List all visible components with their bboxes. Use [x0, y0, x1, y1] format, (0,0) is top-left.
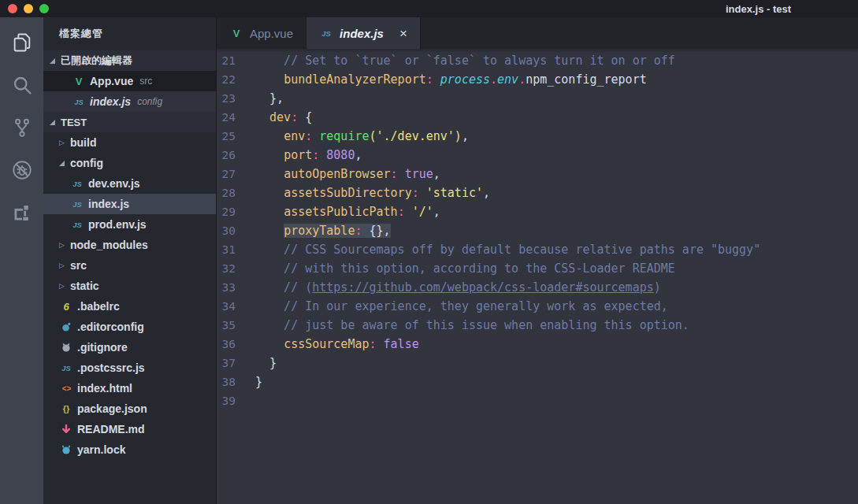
minimize-window-button[interactable]	[24, 4, 33, 13]
tab-index-js[interactable]: JSindex.js×	[306, 17, 421, 49]
code-line-37[interactable]: 37 }	[217, 354, 858, 372]
twistie-expanded-icon[interactable]	[50, 58, 55, 64]
item-label: .editorconfig	[77, 321, 144, 333]
title-bar: index.js - test	[0, 0, 858, 17]
bug-slash-icon[interactable]	[6, 154, 38, 186]
code-text: // In our experience, they generally wor…	[255, 297, 668, 316]
js-file-icon: JS	[70, 200, 84, 209]
code-text: assetsPublicPath: '/',	[255, 202, 440, 221]
twistie-collapsed-icon[interactable]: ▷	[59, 282, 65, 290]
twistie-collapsed-icon[interactable]: ▷	[59, 261, 65, 269]
code-text: // CSS Sourcemaps off by default because…	[255, 240, 760, 259]
code-line-27[interactable]: 27 autoOpenBrowser: true,	[217, 165, 858, 183]
item-label: prod.env.js	[88, 218, 147, 231]
tree-item-config[interactable]: config	[43, 153, 216, 173]
section-test[interactable]: TEST	[43, 112, 216, 132]
tab-label: index.js	[340, 27, 384, 40]
code-line-30[interactable]: 30 proxyTable: {},	[217, 221, 858, 240]
code-line-24[interactable]: 24 dev: {	[217, 108, 858, 127]
code-text: }	[255, 354, 277, 372]
tree-item-index-html[interactable]: < >index.html	[43, 378, 216, 398]
item-label: config	[70, 157, 103, 169]
code-line-38[interactable]: 38}	[217, 372, 858, 391]
code-text: cssSourceMap: false	[255, 335, 419, 354]
twistie-collapsed-icon[interactable]: ▷	[59, 139, 65, 146]
tab-app-vue[interactable]: VApp.vue	[217, 17, 306, 49]
code-line-33[interactable]: 33 // (https://github.com/webpack/css-lo…	[217, 278, 858, 297]
line-number: 32	[217, 259, 255, 278]
tree-item-static[interactable]: ▷static	[43, 276, 216, 296]
tree-item-package-json[interactable]: {}package.json	[43, 398, 216, 419]
item-detail: src	[139, 76, 152, 87]
code-text: proxyTable: {},	[255, 221, 391, 240]
code-line-21[interactable]: 21 // Set to `true` or `false` to always…	[217, 51, 858, 70]
js-file-icon: JS	[70, 220, 84, 229]
tree-item-node-modules[interactable]: ▷node_modules	[43, 235, 216, 255]
close-window-button[interactable]	[8, 4, 17, 13]
code-editor[interactable]: 21 // Set to `true` or `false` to always…	[217, 49, 858, 410]
code-line-34[interactable]: 34 // In our experience, they generally …	[217, 297, 858, 316]
item-label: dev.env.js	[88, 177, 140, 190]
line-number: 26	[217, 146, 255, 165]
vue-file-icon: V	[72, 76, 86, 87]
tree-item-build[interactable]: ▷build	[43, 132, 216, 153]
tree-item-index-js[interactable]: JSindex.js	[43, 194, 216, 214]
line-number: 35	[217, 316, 255, 335]
line-number: 39	[217, 391, 255, 410]
code-line-28[interactable]: 28 assetsSubDirectory: 'static',	[217, 183, 858, 202]
code-line-23[interactable]: 23 },	[217, 89, 858, 108]
search-icon[interactable]	[6, 69, 38, 101]
code-line-36[interactable]: 36 cssSourceMap: false	[217, 335, 858, 354]
twistie-expanded-icon[interactable]	[59, 161, 65, 166]
item-label: build	[70, 136, 96, 149]
zoom-window-button[interactable]	[39, 4, 49, 13]
git-branch-icon[interactable]	[6, 112, 38, 143]
js-file-icon: JS	[70, 180, 84, 188]
extensions-icon[interactable]	[6, 197, 38, 228]
twistie-expanded-icon[interactable]	[50, 120, 55, 125]
section-已開啟的編輯器[interactable]: 已開啟的編輯器	[43, 50, 216, 71]
tree-item-babelrc[interactable]: 6.babelrc	[43, 296, 216, 317]
code-text: dev: {	[255, 108, 312, 127]
code-text: // just be aware of this issue when enab…	[255, 316, 689, 335]
tree-item-gitignore[interactable]: .gitignore	[43, 337, 216, 358]
tree-item-editorconfig[interactable]: .editorconfig	[43, 317, 216, 337]
line-number: 33	[217, 278, 255, 297]
twistie-collapsed-icon[interactable]: ▷	[59, 241, 65, 249]
tab-close-icon[interactable]: ×	[399, 27, 407, 40]
item-label: src	[70, 259, 87, 272]
tree-item-prod-env-js[interactable]: JSprod.env.js	[43, 214, 216, 235]
explorer-files-icon[interactable]	[6, 27, 38, 58]
tree-item-dev-env-js[interactable]: JSdev.env.js	[43, 173, 216, 194]
line-number: 29	[217, 202, 255, 221]
tree-item-index-js[interactable]: JSindex.jsconfig	[43, 91, 216, 112]
line-number: 23	[217, 89, 255, 108]
babel-file-icon: 6	[59, 301, 73, 313]
code-line-32[interactable]: 32 // with this option, according to the…	[217, 259, 858, 278]
editor-group: VApp.vueJSindex.js× 21 // Set to `true` …	[217, 17, 858, 504]
tree-item-app-vue[interactable]: VApp.vuesrc	[43, 71, 216, 91]
code-line-35[interactable]: 35 // just be aware of this issue when e…	[217, 316, 858, 335]
code-line-39[interactable]: 39	[217, 391, 858, 410]
code-text: // with this option, according to the CS…	[255, 259, 675, 278]
code-line-29[interactable]: 29 assetsPublicPath: '/',	[217, 202, 858, 221]
item-label: index.js	[88, 198, 129, 210]
code-line-26[interactable]: 26 port: 8080,	[217, 146, 858, 165]
line-number: 22	[217, 70, 255, 89]
git-file-icon	[59, 342, 73, 353]
code-text: },	[255, 89, 284, 108]
tree-item-postcssrc-js[interactable]: JS.postcssrc.js	[43, 358, 216, 378]
code-line-25[interactable]: 25 env: require('./dev.env'),	[217, 127, 858, 146]
code-line-22[interactable]: 22 bundleAnalyzerReport: process.env.npm…	[217, 70, 858, 89]
tree-item-src[interactable]: ▷src	[43, 255, 216, 276]
line-number: 38	[217, 372, 255, 391]
tree-item-yarn-lock[interactable]: yarn.lock	[43, 439, 216, 460]
line-number: 34	[217, 297, 255, 316]
file-explorer-tree: 已開啟的編輯器VApp.vuesrcJSindex.jsconfigTEST▷b…	[43, 50, 216, 460]
item-label: index.js	[90, 95, 131, 108]
item-label: .gitignore	[77, 341, 128, 354]
code-line-31[interactable]: 31 // CSS Sourcemaps off by default beca…	[217, 240, 858, 259]
line-number: 24	[217, 108, 255, 127]
js-file-icon: JS	[319, 29, 333, 38]
tree-item-readme-md[interactable]: README.md	[43, 419, 216, 439]
